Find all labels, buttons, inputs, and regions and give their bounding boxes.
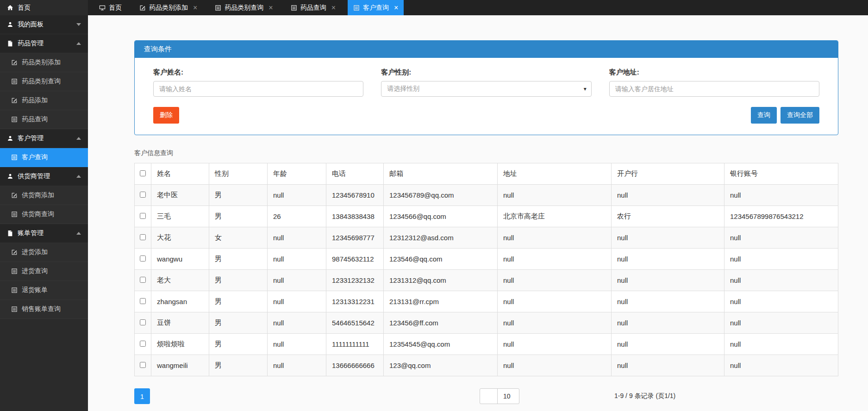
table-caption: 客户信息查询 — [134, 149, 838, 157]
table-cell: null — [724, 291, 838, 312]
table-cell: 1231312@qq.com — [384, 270, 498, 291]
sidebar-menu: 我的面板药品管理药品类别添加药品类别查询药品添加药品查询客户管理客户查询供货商管… — [0, 15, 88, 319]
gender-select[interactable]: 请选择性别 ▾ — [381, 81, 591, 97]
file-icon — [7, 40, 13, 47]
sidebar-item[interactable]: 退货账单 — [0, 281, 88, 300]
table-cell: null — [498, 270, 612, 291]
button-row: 删除 查询 查询全部 — [153, 107, 819, 124]
query-button[interactable]: 查询 — [751, 107, 777, 124]
select-all-cell — [135, 163, 151, 185]
sidebar-section-header[interactable]: 账单管理 — [0, 224, 88, 243]
caret-up-icon — [76, 137, 81, 140]
sidebar-item-label: 客户查询 — [22, 153, 48, 162]
customer-address-input[interactable] — [609, 81, 819, 97]
row-checkbox[interactable] — [140, 298, 146, 304]
gender-select-value: 请选择性别 — [387, 85, 419, 93]
close-icon[interactable]: × — [331, 4, 336, 12]
caret-up-icon — [76, 232, 81, 235]
sidebar-item[interactable]: 药品类别查询 — [0, 72, 88, 91]
row-checkbox-cell — [135, 185, 151, 206]
sidebar-item[interactable]: 药品类别添加 — [0, 53, 88, 72]
sidebar-item-home[interactable]: 首页 — [0, 0, 88, 15]
tab-item[interactable]: 药品查询× — [285, 0, 341, 15]
sidebar-item[interactable]: 进货查询 — [0, 262, 88, 281]
close-icon[interactable]: × — [394, 4, 398, 12]
list-icon — [11, 154, 18, 161]
table-cell: null — [498, 185, 612, 206]
tab-active[interactable]: 客户查询× — [348, 0, 404, 15]
row-checkbox[interactable] — [140, 319, 146, 325]
sidebar-item[interactable]: 销售账单查询 — [0, 300, 88, 319]
customer-name-input[interactable] — [153, 81, 363, 97]
sidebar-section-label: 客户管理 — [18, 134, 44, 143]
sidebar-item[interactable]: 供货商查询 — [0, 205, 88, 224]
content-area: 查询条件 客户姓名: 客户性别: 请选择性别 ▾ 客 — [88, 15, 868, 411]
sidebar-item[interactable]: 药品添加 — [0, 91, 88, 110]
table-cell: null — [498, 227, 612, 249]
table-cell: null — [268, 334, 326, 355]
pencil-icon — [11, 59, 18, 66]
row-checkbox[interactable] — [140, 341, 146, 347]
user-icon — [7, 135, 13, 142]
table-row: 三毛男26138438384381234566@qq.com北京市高老庄农行12… — [135, 206, 838, 227]
pencil-icon — [139, 5, 146, 11]
field-customer-gender: 客户性别: 请选择性别 ▾ — [381, 68, 591, 97]
table-cell: 54646515642 — [326, 312, 384, 334]
page-1-button[interactable]: 1 — [134, 388, 150, 404]
sidebar-section-header[interactable]: 客户管理 — [0, 129, 88, 148]
column-header: 电话 — [326, 163, 384, 185]
table-cell: 13843838438 — [326, 206, 384, 227]
sidebar-item[interactable]: 供货商添加 — [0, 186, 88, 205]
sidebar-item[interactable]: 客户查询 — [0, 148, 88, 167]
list-icon — [11, 287, 18, 293]
sidebar-section-header[interactable]: 供货商管理 — [0, 167, 88, 186]
sidebar: 首页 我的面板药品管理药品类别添加药品类别查询药品添加药品查询客户管理客户查询供… — [0, 0, 88, 411]
tab-label: 客户查询 — [363, 4, 389, 12]
row-checkbox[interactable] — [140, 277, 146, 283]
sidebar-item[interactable]: 进货添加 — [0, 243, 88, 262]
table-cell: null — [612, 334, 724, 355]
row-checkbox[interactable] — [140, 192, 146, 198]
sidebar-item[interactable]: 药品查询 — [0, 110, 88, 129]
row-checkbox-cell — [135, 334, 151, 355]
column-header: 银行账号 — [724, 163, 838, 185]
close-icon[interactable]: × — [269, 4, 273, 12]
close-icon[interactable]: × — [193, 4, 197, 12]
table-cell: 1234566@qq.com — [384, 206, 498, 227]
table-cell: 老中医 — [151, 185, 209, 206]
query-all-button[interactable]: 查询全部 — [781, 107, 819, 124]
sidebar-section-header[interactable]: 我的面板 — [0, 15, 88, 34]
search-panel-body: 客户姓名: 客户性别: 请选择性别 ▾ 客户地址: — [135, 58, 838, 135]
customer-gender-label: 客户性别: — [381, 68, 591, 77]
column-header: 姓名 — [151, 163, 209, 185]
row-checkbox-cell — [135, 249, 151, 270]
tab-item[interactable]: 药品类别查询× — [209, 0, 278, 15]
table-cell: null — [724, 312, 838, 334]
select-all-checkbox[interactable] — [140, 170, 146, 176]
customer-address-label: 客户地址: — [609, 68, 819, 77]
sidebar-item-label: 进货查询 — [22, 267, 48, 275]
table-cell: null — [612, 185, 724, 206]
row-checkbox[interactable] — [140, 234, 146, 240]
table-cell: 女 — [209, 227, 268, 249]
list-icon — [11, 268, 18, 274]
tab-label: 药品类别添加 — [149, 4, 188, 12]
table-cell: null — [724, 334, 838, 355]
tab-item[interactable]: 首页 — [94, 0, 127, 15]
table-cell: 男 — [209, 291, 268, 312]
page-size-control[interactable]: 10 — [480, 388, 519, 404]
table-row: 烦啦烦啦男null1111111111112354545@qq.comnulln… — [135, 334, 838, 355]
table-cell: null — [268, 355, 326, 376]
delete-button[interactable]: 删除 — [153, 107, 179, 124]
row-checkbox[interactable] — [140, 362, 146, 368]
sidebar-section-header[interactable]: 药品管理 — [0, 34, 88, 53]
table-cell: null — [612, 312, 724, 334]
query-buttons: 查询 查询全部 — [751, 107, 819, 124]
table-cell: 农行 — [612, 206, 724, 227]
tab-item[interactable]: 药品类别添加× — [134, 0, 203, 15]
row-checkbox[interactable] — [140, 213, 146, 219]
page-summary: 1-9 / 9 条记录 (页1/1) — [614, 392, 675, 400]
table-cell: wangwu — [151, 249, 209, 270]
row-checkbox[interactable] — [140, 255, 146, 262]
table-cell: null — [268, 249, 326, 270]
